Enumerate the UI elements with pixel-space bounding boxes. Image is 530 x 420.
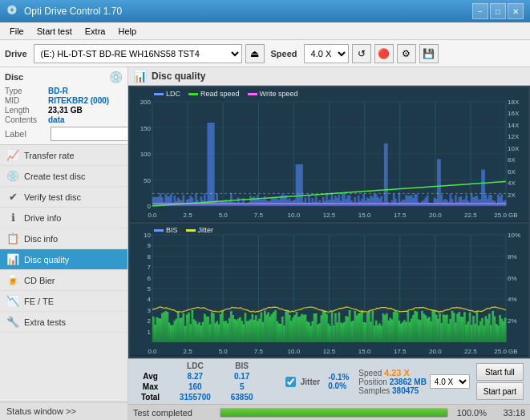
speed-section: Speed 4.23 X Position 23862 MB Samples 3… — [355, 361, 473, 402]
dq-title: Disc quality — [152, 71, 205, 82]
label-key: Label — [5, 129, 48, 139]
write-legend-dot — [248, 93, 257, 95]
speed-stat-label: Speed — [358, 369, 382, 378]
max-ldc: 160 — [169, 382, 220, 392]
cd-bier-label: CD Bier — [24, 276, 55, 285]
stats-bar: LDC BIS Avg 8.27 0.17 Max — [128, 358, 530, 404]
status-window-label: Status window >> — [6, 406, 76, 416]
progress-status: Test completed — [133, 408, 213, 418]
type-val: BD-R — [48, 87, 68, 95]
length-val: 23,31 GB — [48, 106, 83, 115]
menu-file[interactable]: File — [3, 25, 30, 38]
sidebar-item-transfer-rate[interactable]: 📈 Transfer rate — [0, 145, 127, 166]
avg-ldc: 8.27 — [169, 371, 220, 382]
progress-bar-fill — [220, 409, 447, 417]
legend-write: Write speed — [248, 90, 298, 98]
progress-area: Test completed 100.0% 33:18 — [128, 404, 530, 420]
position-label: Position — [358, 378, 387, 386]
stats-total-row: Total 3155700 63850 — [131, 392, 279, 402]
fe-te-label: FE / TE — [24, 297, 54, 306]
extra-tests-icon: 🔧 — [6, 316, 19, 328]
max-label: Max — [131, 382, 169, 392]
menu-start-test[interactable]: Start test — [30, 25, 79, 38]
create-test-disc-label: Create test disc — [24, 172, 85, 181]
mid-val: RITEKBR2 (000) — [48, 96, 109, 105]
ldc-legend-dot — [154, 93, 164, 95]
total-bis: 63850 — [221, 392, 263, 402]
sidebar-item-fe-te[interactable]: 📉 FE / TE — [0, 291, 127, 312]
sidebar-item-verify-test-disc[interactable]: ✔ Verify test disc — [0, 187, 127, 208]
extra-tests-label: Extra tests — [24, 317, 66, 327]
disc-info-label: Disc info — [24, 234, 58, 244]
app-title: Opti Drive Control 1.70 — [24, 6, 472, 17]
drive-select[interactable]: (E:) HL-DT-ST BD-RE WH16NS58 TST4 — [34, 44, 242, 63]
titlebar: 💿 Opti Drive Control 1.70 − □ ✕ — [0, 0, 530, 22]
jitter-avg: -0.1% — [328, 373, 349, 382]
top-chart-legend: LDC Read speed Write speed — [154, 90, 297, 98]
jitter-checkbox[interactable] — [285, 377, 296, 387]
max-bis: 5 — [221, 382, 263, 392]
speed-stat-val: 4.23 X — [384, 368, 410, 378]
total-ldc: 3155700 — [169, 392, 220, 402]
dq-header: 📊 Disc quality — [128, 67, 530, 86]
disc-icon: 💿 — [109, 71, 123, 83]
sidebar-item-disc-quality[interactable]: 📊 Disc quality — [0, 249, 127, 270]
fe-te-icon: 📉 — [6, 295, 19, 307]
samples-label: Samples — [358, 386, 390, 395]
minimize-button[interactable]: − — [472, 3, 488, 19]
disc-label-input[interactable] — [51, 127, 128, 141]
menubar: File Start test Extra Help — [0, 22, 530, 40]
sidebar-item-extra-tests[interactable]: 🔧 Extra tests — [0, 312, 127, 333]
drive-info-label: Drive info — [24, 213, 61, 223]
col-bis: BIS — [221, 361, 263, 371]
col-spacer — [263, 361, 279, 371]
length-key: Length — [5, 106, 48, 115]
progress-time: 33:18 — [493, 408, 525, 418]
dq-icon: 📊 — [133, 70, 147, 83]
read-legend-label: Read speed — [200, 90, 240, 98]
speed-limit-select[interactable]: 4.0 X — [430, 374, 470, 389]
write-legend-label: Write speed — [260, 90, 298, 98]
bottom-chart: BIS Jitter — [130, 224, 528, 357]
contents-key: Contents — [5, 115, 48, 124]
maximize-button[interactable]: □ — [490, 3, 506, 19]
legend-jitter: Jitter — [186, 226, 214, 234]
start-part-button[interactable]: Start part — [476, 382, 524, 400]
sidebar-item-drive-info[interactable]: ℹ Drive info — [0, 208, 127, 228]
disc-info-icon: 📋 — [6, 232, 19, 244]
sidebar-item-create-test-disc[interactable]: 💿 Create test disc — [0, 166, 127, 187]
burn-button[interactable]: 🔴 — [374, 44, 394, 63]
position-val: 23862 MB — [390, 378, 427, 386]
stats-max-row: Max 160 5 — [131, 382, 279, 392]
speed-apply-button[interactable]: ↺ — [352, 44, 371, 63]
sidebar-item-cd-bier[interactable]: 🍺 CD Bier — [0, 270, 127, 291]
action-buttons: Start full Start part — [473, 361, 527, 402]
sidebar-item-disc-info[interactable]: 📋 Disc info — [0, 228, 127, 249]
content-area: 📊 Disc quality LDC Read speed W — [128, 67, 530, 420]
mid-key: MID — [5, 96, 48, 105]
col-empty — [131, 361, 169, 371]
speed-select[interactable]: 4.0 X — [304, 44, 349, 63]
avg-bis: 0.17 — [221, 371, 263, 382]
col-ldc: LDC — [169, 361, 220, 371]
read-legend-dot — [188, 93, 198, 95]
drive-label: Drive — [5, 49, 27, 59]
nav-list: 📈 Transfer rate 💿 Create test disc ✔ Ver… — [0, 145, 127, 333]
close-button[interactable]: ✕ — [508, 3, 524, 19]
disc-quality-label: Disc quality — [24, 255, 69, 265]
start-full-button[interactable]: Start full — [476, 363, 524, 381]
menu-extra[interactable]: Extra — [79, 25, 112, 38]
save-button[interactable]: 💾 — [419, 44, 439, 63]
status-window-button[interactable]: Status window >> — [0, 402, 127, 420]
eject-button[interactable]: ⏏ — [245, 44, 265, 63]
settings-button[interactable]: ⚙ — [397, 44, 416, 63]
bis-legend-dot — [154, 229, 164, 232]
menu-help[interactable]: Help — [111, 25, 143, 38]
disc-panel: Disc 💿 Type BD-R MID RITEKBR2 (000) Leng… — [0, 67, 127, 145]
bis-legend-label: BIS — [166, 226, 178, 234]
jitter-max: 0.0% — [328, 382, 346, 390]
drive-info-icon: ℹ — [6, 212, 19, 224]
progress-bar-background — [220, 408, 448, 418]
progress-percent: 100.0% — [455, 408, 487, 418]
bottom-chart-legend: BIS Jitter — [154, 226, 213, 234]
